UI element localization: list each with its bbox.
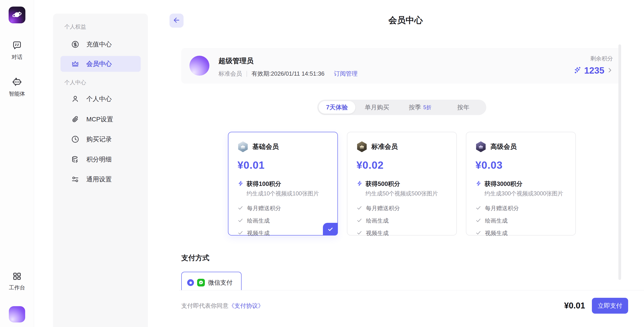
payment-agreement-link[interactable]: 《支付协议》 [228,302,264,309]
check-icon [476,230,481,237]
plan-benefit: 获得100积分 [246,180,281,188]
sparkle-icon [573,66,582,75]
sidebar-section-label: 个人权益 [64,23,86,30]
rail-item-label: 工作台 [9,284,25,291]
planet-icon [12,9,22,20]
feature-item: 绘画生成 [247,217,270,224]
chevron-right-icon [606,67,613,74]
rail-item-label: 对话 [12,53,22,61]
agreement-text: 支付即代表你同意《支付协议》 [181,302,264,310]
plan-price: ¥0.03 [476,159,566,171]
subscription-manage-link[interactable]: 订阅管理 [334,70,358,78]
tab-trial-7day[interactable]: 7天体验 [318,101,355,114]
tab-monthly[interactable]: 单月购买 [355,103,398,111]
check-icon [476,217,481,224]
user-tier: 标准会员 [218,70,242,78]
plan-benefit-sub: 约生成300个视频或3000张图片 [484,190,566,197]
sidebar-item-points-detail[interactable]: 积分明细 [60,151,141,167]
grid-icon [12,271,22,281]
payment-option-label: 微信支付 [208,279,232,287]
check-icon [238,217,243,224]
plan-card-standard[interactable]: 标准会员 ¥0.02 获得500积分 约生成50个视频或500张图片 每月赠送积… [347,132,457,236]
plan-benefit-sub: 约生成10个视频或100张图片 [246,190,328,197]
sidebar-item-purchase-history[interactable]: 购买记录 [60,131,141,147]
plan-card-basic[interactable]: 基础会员 ¥0.01 获得100积分 约生成10个视频或100张图片 每月赠送积… [228,132,338,236]
tier-badge-icon [356,141,367,152]
plan-card-premium[interactable]: 高级会员 ¥0.03 获得3000积分 约生成300个视频或3000张图片 每月… [466,132,576,236]
sliders-icon [71,175,80,184]
rail-item-chat[interactable]: 对话 [0,40,34,61]
user-membership-card: 超级管理员 标准会员 有效期:2026/01/11 14:51:36 订阅管理 … [181,48,621,84]
sidebar-item-label: 充值中心 [86,40,112,49]
bolt-icon [476,180,482,188]
sidebar-item-label: 购买记录 [86,135,112,144]
app-logo[interactable] [8,6,26,23]
plan-benefit: 获得3000积分 [484,180,522,188]
membership-expiry: 有效期:2026/01/11 14:51:36 [252,70,324,78]
sidebar-item-membership-center[interactable]: 会员中心 [60,56,141,72]
points-entry[interactable]: 1235 [573,65,613,76]
plan-price: ¥0.01 [238,159,328,171]
sidebar-item-label: 积分明细 [86,155,112,164]
pay-now-button[interactable]: 立即支付 [592,298,628,314]
feature-item: 视频生成 [485,229,508,237]
sidebar-item-general-settings[interactable]: 通用设置 [60,171,141,187]
rail-item-agent[interactable]: 智能体 [0,77,34,97]
left-rail: 对话 智能体 工作台 [0,0,34,327]
plan-price: ¥0.02 [356,159,447,171]
sidebar-section-label: 个人中心 [64,79,86,86]
crown-icon [71,59,80,68]
feature-item: 绘画生成 [366,217,388,224]
avatar [190,56,210,76]
robot-icon [12,77,22,87]
plan-benefit-sub: 约生成50个视频或500张图片 [366,190,447,197]
tier-badge-icon [476,141,486,152]
rail-item-label: 智能体 [9,90,25,97]
sidebar-item-label: MCP设置 [86,115,113,124]
radio-selected-icon [187,279,194,286]
feature-item: 每月赠送积分 [485,205,519,212]
chat-icon [12,40,22,51]
payment-method-title: 支付方式 [181,253,210,263]
clock-icon [71,135,80,144]
feature-item: 视频生成 [366,229,388,237]
plan-name: 基础会员 [252,142,279,151]
user-name: 超级管理员 [218,56,254,66]
user-avatar-small[interactable] [9,306,25,323]
plan-benefit: 获得500积分 [366,180,400,188]
sidebar-item-personal-center[interactable]: 个人中心 [60,91,141,107]
total-price: ¥0.01 [564,301,585,311]
sidebar-item-label: 通用设置 [86,175,112,184]
points-icon [71,155,80,164]
sidebar-item-recharge-center[interactable]: 充值中心 [60,36,141,52]
plan-name: 高级会员 [490,142,517,151]
scrollbar[interactable] [618,44,621,280]
points-value: 1235 [584,65,604,76]
rail-item-workbench[interactable]: 工作台 [0,271,34,291]
coin-icon [71,40,80,49]
selected-check-badge [323,223,338,236]
tab-quarterly[interactable]: 按季 5折 [398,103,442,111]
bolt-icon [238,180,244,188]
wechat-pay-icon [197,279,205,287]
check-icon [238,230,243,237]
tab-yearly[interactable]: 按年 [442,103,485,111]
sidebar-item-mcp-settings[interactable]: MCP设置 [60,111,141,127]
discount-badge: 5折 [423,104,432,111]
check-icon [356,217,362,224]
feature-item: 每月赠送积分 [366,205,400,212]
divider [246,71,247,77]
divider [179,290,644,290]
settings-sidebar: 个人权益 充值中心 会员中心 个人中心 个人中心 [53,13,148,327]
page-title: 会员中心 [167,14,644,26]
feature-item: 每月赠送积分 [247,205,281,212]
checkout-footer: 支付即代表你同意《支付协议》 ¥0.01 立即支付 [148,290,644,327]
paperclip-icon [71,115,80,124]
billing-period-tabs: 7天体验 单月购买 按季 5折 按年 [317,100,486,115]
bolt-icon [356,180,363,188]
check-icon [238,205,243,212]
sidebar-item-label: 个人中心 [86,95,112,103]
feature-item: 视频生成 [247,229,270,237]
points-label: 剩余积分 [573,55,613,62]
tier-badge-icon [238,141,248,152]
